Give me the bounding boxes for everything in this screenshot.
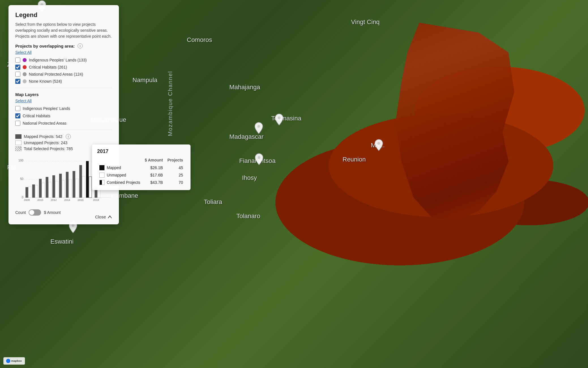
ipl-layer-label[interactable]: Indigenous Peoples' Lands: [23, 106, 70, 111]
svg-point-40: [6, 359, 10, 363]
tooltip-type: Unmapped: [97, 171, 142, 179]
svg-rect-21: [55, 181, 58, 198]
npa-layer-label[interactable]: National Protected Areas: [23, 121, 67, 125]
layers-section-title: Map Layers: [15, 92, 112, 97]
mapped-info-icon[interactable]: i: [66, 134, 71, 139]
tooltip-projects: 25: [165, 171, 185, 179]
svg-point-2: [258, 156, 260, 159]
ipl-layer-checkbox[interactable]: [15, 106, 20, 111]
count-label: Count: [15, 210, 26, 215]
chart-tooltip: 2017 $ Amount Projects Mapped $26.1B 45: [92, 144, 191, 190]
mapped-stat-box: [15, 134, 22, 139]
svg-rect-13: [29, 186, 31, 198]
map-pin[interactable]: [254, 153, 264, 165]
tooltip-amount: $26.1B: [142, 164, 165, 171]
svg-text:100: 100: [18, 159, 23, 162]
svg-text:2010: 2010: [37, 198, 43, 201]
tooltip-table: $ Amount Projects Mapped $26.1B 45 Unmap…: [97, 157, 185, 186]
chart-toggle-row: Count $ Amount: [15, 209, 112, 216]
tooltip-row: Combined Projects $43.7B 70: [97, 179, 185, 186]
npa-dot: [23, 72, 27, 76]
tooltip-type: Combined Projects: [97, 179, 142, 186]
tooltip-col-projects: Projects: [165, 157, 185, 164]
tooltip-year: 2017: [97, 148, 185, 154]
total-stat-box: [15, 146, 22, 151]
npa-layer-checkbox[interactable]: [15, 121, 20, 126]
nk-checkbox[interactable]: [15, 79, 20, 84]
tooltip-amount: $17.6B: [142, 171, 165, 179]
npa-label[interactable]: National Protected Areas (124): [29, 72, 83, 76]
svg-rect-28: [79, 165, 82, 198]
svg-rect-31: [89, 177, 92, 198]
divider-1: [15, 88, 112, 88]
ch-label[interactable]: Critical Habitats (261): [29, 65, 67, 69]
svg-rect-12: [25, 187, 28, 198]
tooltip-projects: 70: [165, 179, 185, 186]
ipl-checkbox-item: Indigenous Peoples' Lands (133): [15, 58, 112, 63]
mapbox-logo: mapbox: [6, 358, 23, 363]
svg-text:2014: 2014: [64, 198, 70, 201]
tooltip-color-box: [99, 173, 104, 178]
svg-rect-27: [76, 179, 78, 198]
mapped-stat-row: Mapped Projects: 542 i: [15, 134, 112, 139]
layers-select-all[interactable]: Select All: [15, 99, 112, 103]
nk-label[interactable]: None Known (524): [29, 79, 62, 84]
svg-text:2008: 2008: [24, 198, 30, 201]
tooltip-color-box: [99, 165, 104, 170]
svg-text:mapbox: mapbox: [11, 359, 22, 362]
tooltip-amount: $43.7B: [142, 179, 165, 186]
svg-rect-20: [52, 175, 55, 198]
count-amount-toggle[interactable]: [29, 209, 41, 216]
ch-layer-label[interactable]: Critical Habitats: [23, 114, 50, 118]
tooltip-col-type: [97, 157, 142, 164]
projects-info-icon[interactable]: i: [78, 43, 83, 48]
map-pin[interactable]: [254, 122, 264, 134]
svg-text:2018: 2018: [93, 198, 99, 201]
mapbox-attribution: mapbox: [3, 357, 25, 365]
legend-description: Select from the options below to view pr…: [15, 22, 112, 39]
divider-2: [15, 130, 112, 130]
npa-checkbox[interactable]: [15, 72, 20, 77]
ch-checkbox[interactable]: [15, 65, 20, 70]
svg-point-3: [72, 224, 74, 227]
svg-rect-25: [69, 179, 72, 198]
svg-point-5: [377, 142, 380, 145]
svg-rect-16: [39, 179, 42, 198]
ipl-label[interactable]: Indigenous Peoples' Lands (133): [29, 58, 87, 62]
tooltip-col-amount: $ Amount: [142, 157, 165, 164]
nk-checkbox-item: None Known (524): [15, 79, 112, 84]
svg-rect-18: [46, 177, 48, 198]
svg-text:50: 50: [20, 177, 23, 180]
amount-label: $ Amount: [44, 210, 61, 215]
svg-text:0: 0: [22, 196, 23, 199]
ch-layer-checkbox[interactable]: [15, 113, 20, 118]
svg-rect-17: [42, 183, 45, 197]
svg-rect-29: [82, 176, 85, 198]
ch-layer-item: Critical Habitats: [15, 113, 112, 118]
map-pin[interactable]: [274, 113, 284, 126]
svg-point-0: [278, 116, 281, 119]
svg-point-1: [257, 125, 260, 128]
tooltip-row: Unmapped $17.6B 25: [97, 171, 185, 179]
svg-rect-26: [72, 171, 75, 198]
legend-panel: Legend Select from the options below to …: [8, 5, 119, 224]
svg-rect-15: [35, 185, 38, 198]
ch-checkbox-item: Critical Habitats (261): [15, 65, 112, 70]
svg-rect-19: [49, 182, 52, 198]
svg-rect-14: [32, 184, 35, 198]
map-container: ComorosNampulaMahajangaToamasinaMadagasc…: [0, 0, 588, 368]
total-stat-label: Total Selected Projects: 785: [24, 146, 73, 151]
map-pin[interactable]: [374, 139, 384, 151]
tooltip-color-box: [99, 180, 104, 185]
projects-section-title: Projects by overlapping area: i: [15, 43, 112, 48]
madagascar-island: [395, 23, 514, 221]
tooltip-projects: 45: [165, 164, 185, 171]
svg-rect-22: [59, 174, 62, 198]
nk-dot: [23, 79, 27, 83]
svg-rect-30: [86, 161, 89, 198]
ch-dot: [23, 65, 27, 69]
svg-text:2012: 2012: [51, 198, 57, 201]
projects-select-all[interactable]: Select All: [15, 50, 112, 55]
unmapped-stat-label: Unmapped Projects: 243: [24, 141, 67, 145]
ipl-checkbox[interactable]: [15, 58, 20, 63]
